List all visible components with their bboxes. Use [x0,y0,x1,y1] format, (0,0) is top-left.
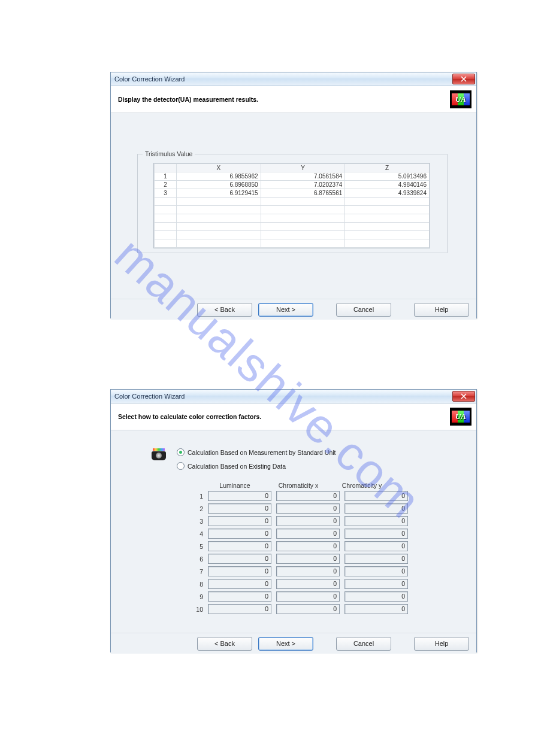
chrom-y-field[interactable]: 0 [344,579,408,589]
close-button[interactable] [452,391,475,402]
row-index: 4 [186,530,208,538]
radio-label: Calculation Based on Existing Data [188,463,286,470]
luminance-field[interactable]: 0 [208,541,271,551]
next-button[interactable]: Next > [258,637,313,651]
wizard-dialog-results: Color Correction Wizard Display the dete… [110,72,477,318]
window-title: Color Correction Wizard [114,393,452,400]
luminance-field[interactable]: 0 [208,516,271,526]
cell-y: 6.8765561 [261,189,345,198]
chrom-x-field[interactable]: 0 [276,566,340,576]
radio-icon [177,448,185,456]
tristimulus-grid[interactable]: X Y Z 1 6.9855962 7.0561584 5.0913496 2 [153,163,430,248]
wizard-header: Select how to calculate color correction… [111,403,476,430]
col-chrom-y: Chromaticity y [330,482,394,489]
row-index: 5 [186,543,208,550]
row-index: 3 [186,518,208,525]
grid-row: 1 6.9855962 7.0561584 5.0913496 [155,172,430,181]
data-row: 8000 [186,579,413,589]
cell-x: 6.9129415 [177,189,261,198]
cell-z: 5.0913496 [345,172,430,181]
luminance-field[interactable]: 0 [208,591,271,602]
cell-y: 7.0561584 [261,172,345,181]
existing-data-grid: Luminance Chromaticity x Chromaticity y … [186,482,413,617]
help-button[interactable]: Help [414,303,469,317]
wizard-button-row: < Back Next > Cancel Help [111,633,476,654]
luminance-field[interactable]: 0 [208,554,271,564]
data-row: 2000 [186,503,413,514]
chrom-x-field[interactable]: 0 [276,503,340,514]
col-y: Y [261,164,345,172]
radio-icon [177,462,185,470]
ua-logo-icon: UA [450,408,471,426]
chrom-x-field[interactable]: 0 [276,591,340,602]
row-index: 3 [155,189,177,198]
cancel-button[interactable]: Cancel [336,303,391,317]
cell-z: 4.9840146 [345,181,430,189]
grid-header-row: X Y Z [155,164,430,172]
titlebar[interactable]: Color Correction Wizard [111,390,476,403]
chrom-y-field[interactable]: 0 [344,541,408,551]
cell-y: 7.0202374 [261,181,345,189]
chrom-x-field[interactable]: 0 [276,516,340,526]
grid-row: 3 6.9129415 6.8765561 4.9339824 [155,189,430,198]
chrom-y-field[interactable]: 0 [344,529,408,539]
chrom-x-field[interactable]: 0 [276,491,340,501]
window-title: Color Correction Wizard [114,75,452,83]
row-index: 8 [186,581,208,588]
help-button[interactable]: Help [414,637,469,651]
chrom-y-field[interactable]: 0 [344,554,408,564]
col-chrom-x: Chromaticity x [267,482,330,489]
chrom-y-field[interactable]: 0 [344,591,408,602]
chrom-y-field[interactable]: 0 [344,503,408,514]
luminance-field[interactable]: 0 [208,604,271,614]
luminance-field[interactable]: 0 [208,529,271,539]
chrom-y-field[interactable]: 0 [344,491,408,501]
camera-icon [152,448,166,462]
chrom-y-field[interactable]: 0 [344,604,408,614]
wizard-dialog-calc-method: Color Correction Wizard Select how to ca… [110,389,477,652]
wizard-header: Display the detector(UA) measurement res… [111,86,476,113]
col-blank [155,164,177,172]
chrom-x-field[interactable]: 0 [276,579,340,589]
titlebar[interactable]: Color Correction Wizard [111,72,476,86]
chrom-x-field[interactable]: 0 [276,554,340,564]
grid-row: 2 6.8968850 7.0202374 4.9840146 [155,181,430,189]
col-luminance: Luminance [203,482,267,489]
luminance-field[interactable]: 0 [208,503,271,514]
data-row: 4000 [186,529,413,539]
tristimulus-groupbox: Tristimulus Value X Y Z 1 6.9855962 7.05… [137,154,448,253]
chrom-y-field[interactable]: 0 [344,566,408,576]
radio-standard-unit[interactable]: Calculation Based on Measurement by Stan… [177,448,335,456]
data-row: 1000 [186,491,413,501]
calc-method-radio-group: Calculation Based on Measurement by Stan… [177,448,335,476]
row-index: 9 [186,593,208,600]
next-button[interactable]: Next > [258,303,313,317]
radio-label: Calculation Based on Measurement by Stan… [188,449,335,456]
back-button[interactable]: < Back [197,637,252,651]
luminance-field[interactable]: 0 [208,566,271,576]
chrom-x-field[interactable]: 0 [276,541,340,551]
luminance-field[interactable]: 0 [208,579,271,589]
cell-x: 6.9855962 [177,172,261,181]
chrom-x-field[interactable]: 0 [276,604,340,614]
chrom-y-field[interactable]: 0 [344,516,408,526]
data-row: 9000 [186,591,413,602]
close-icon [461,393,467,399]
cancel-button[interactable]: Cancel [336,637,391,651]
data-row: 7000 [186,566,413,576]
chrom-x-field[interactable]: 0 [276,529,340,539]
cell-z: 4.9339824 [345,189,430,198]
row-index: 6 [186,555,208,563]
row-index: 10 [186,606,208,613]
luminance-field[interactable]: 0 [208,491,271,501]
ua-logo-icon: UA [450,90,471,108]
row-index: 2 [155,181,177,189]
close-button[interactable] [452,74,475,84]
data-row: 3000 [186,516,413,526]
radio-existing-data[interactable]: Calculation Based on Existing Data [177,462,335,470]
back-button[interactable]: < Back [197,303,252,317]
cell-x: 6.8968850 [177,181,261,189]
data-row: 6000 [186,554,413,564]
wizard-header-text: Select how to calculate color correction… [118,413,450,420]
row-index: 1 [186,493,208,500]
